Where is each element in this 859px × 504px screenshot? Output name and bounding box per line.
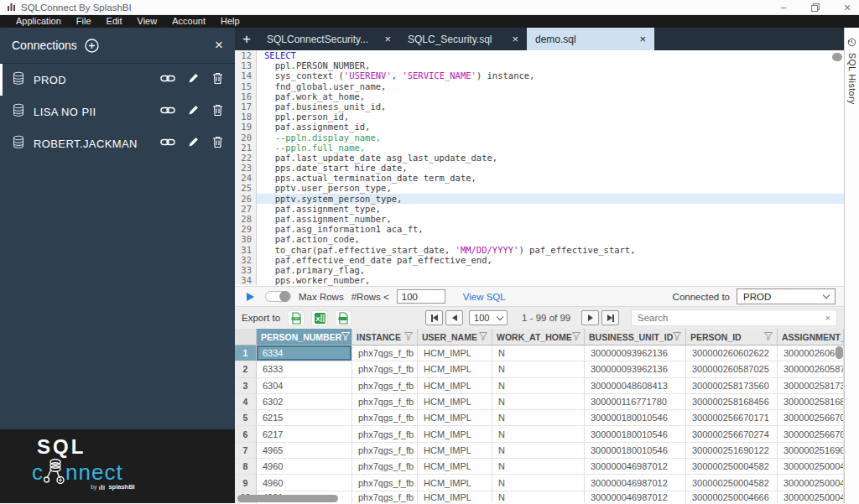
table-cell[interactable]: 6333 [257, 361, 352, 377]
table-cell[interactable]: 300000250004666 [686, 491, 778, 503]
table-cell[interactable]: N [492, 443, 585, 459]
connection-select[interactable]: PROD [737, 288, 836, 304]
table-cell[interactable]: phx7qgs_f_fb [352, 346, 418, 361]
horizontal-scrollbar-thumb[interactable] [237, 495, 338, 502]
close-tab-icon[interactable]: × [512, 33, 518, 45]
table-cell[interactable]: 300000180010546 [585, 410, 686, 426]
table-row[interactable]: 36304phx7qgs_f_fbHCM_IMPLN30000004860841… [235, 378, 844, 394]
maximize-icon[interactable] [810, 3, 820, 13]
table-cell[interactable]: 300000093962136 [585, 361, 686, 377]
connect-link-icon[interactable] [160, 72, 175, 87]
next-page-button[interactable] [581, 310, 599, 325]
table-cell[interactable]: HCM_IMPL [418, 459, 492, 475]
first-page-button[interactable] [425, 310, 443, 325]
table-cell[interactable]: N [492, 361, 585, 377]
table-row[interactable]: 46302phx7qgs_f_fbHCM_IMPLN30000011677178… [235, 394, 844, 410]
table-cell[interactable]: 6217 [257, 426, 352, 442]
edit-connection-icon[interactable] [188, 72, 200, 87]
table-cell[interactable]: 4965 [257, 443, 352, 459]
table-row[interactable]: 74965phx7qgs_f_fbHCM_IMPLN30000018001054… [235, 443, 844, 459]
edit-connection-icon[interactable] [188, 104, 200, 119]
view-sql-link[interactable]: View SQL [463, 292, 506, 302]
table-cell[interactable]: 300000251690122 [686, 443, 778, 459]
connect-link-icon[interactable] [160, 104, 175, 119]
last-page-button[interactable] [601, 310, 619, 325]
table-cell[interactable]: HCM_IMPL [418, 475, 492, 491]
table-cell[interactable]: 6302 [257, 394, 352, 410]
editor-tab-2[interactable]: demo.sql× [527, 28, 654, 50]
delete-connection-icon[interactable] [212, 136, 223, 152]
table-row[interactable]: 84960phx7qgs_f_fbHCM_IMPLN30000004698701… [235, 459, 844, 475]
table-cell[interactable]: 6215 [257, 410, 352, 426]
add-connection-icon[interactable] [85, 39, 99, 53]
table-cell[interactable]: phx7qgs_f_fb [352, 378, 418, 394]
table-cell[interactable]: 3000002581684 [778, 394, 844, 410]
table-cell[interactable]: HCM_IMPL [418, 361, 492, 377]
menu-item-view[interactable]: View [130, 15, 165, 28]
table-cell[interactable]: 300000046987012 [585, 459, 686, 475]
table-cell[interactable]: N [492, 491, 585, 503]
table-cell[interactable]: phx7qgs_f_fb [352, 443, 418, 459]
csv-export-icon[interactable]: CSV [288, 310, 305, 326]
close-sidebar-icon[interactable]: × [215, 37, 223, 54]
psv-export-icon[interactable] [335, 310, 351, 326]
column-header-work_at_home[interactable]: WORK_AT_HOME [492, 329, 585, 346]
table-cell[interactable]: 300000250004582 [686, 459, 778, 475]
connection-item-prod[interactable]: PROD [0, 64, 235, 96]
close-window-icon[interactable] [842, 3, 852, 13]
vertical-scrollbar-thumb[interactable] [836, 346, 843, 359]
menu-item-application[interactable]: Application [8, 15, 69, 28]
table-cell[interactable]: HCM_IMPL [418, 426, 492, 442]
column-header-instance[interactable]: INSTANCE [352, 329, 418, 346]
table-cell[interactable]: N [492, 459, 585, 475]
table-cell[interactable]: 300000258173560 [686, 378, 778, 394]
table-cell[interactable]: 300000046987012 [585, 475, 686, 491]
excel-export-icon[interactable]: X [311, 310, 328, 326]
filter-funnel-icon[interactable] [764, 332, 773, 342]
connection-item-robert-jackman[interactable]: ROBERT.JACKMAN [0, 127, 235, 159]
column-header-business_unit_id[interactable]: BUSINESS_UNIT_ID [585, 329, 686, 346]
table-cell[interactable]: 300000260587025 [686, 361, 778, 377]
table-row[interactable]: 94960phx7qgs_f_fbHCM_IMPLN30000004698701… [235, 475, 844, 491]
table-cell[interactable]: phx7qgs_f_fb [352, 361, 418, 377]
filter-funnel-icon[interactable] [673, 332, 681, 342]
table-cell[interactable]: 6304 [257, 378, 352, 394]
clear-search-icon[interactable]: × [825, 313, 830, 323]
table-cell[interactable]: N [492, 475, 585, 491]
connect-link-icon[interactable] [160, 136, 175, 151]
table-cell[interactable]: 300000180010546 [585, 443, 686, 459]
filter-funnel-icon[interactable] [479, 332, 487, 342]
previous-page-button[interactable] [445, 310, 463, 325]
table-cell[interactable]: phx7qgs_f_fb [352, 491, 418, 503]
table-cell[interactable]: 4960 [257, 475, 352, 491]
table-cell[interactable]: 300000250004582 [686, 475, 778, 491]
table-cell[interactable]: HCM_IMPL [418, 394, 492, 410]
column-header-user_name[interactable]: USER_NAME [418, 329, 492, 346]
table-cell[interactable]: N [492, 410, 585, 426]
table-cell[interactable]: HCM_IMPL [418, 491, 492, 503]
sql-history-panel[interactable]: SQL History [844, 28, 859, 503]
delete-connection-icon[interactable] [212, 72, 223, 88]
column-header-person_number[interactable]: PERSON_NUMBER [257, 329, 352, 346]
table-cell[interactable]: 300000258168456 [686, 394, 778, 410]
table-cell[interactable]: 300000093962136 [585, 346, 686, 361]
table-cell[interactable]: HCM_IMPL [418, 346, 492, 361]
table-cell[interactable]: N [492, 378, 585, 394]
table-row[interactable]: 16334phx7qgs_f_fbHCM_IMPLN30000009396213… [235, 346, 844, 361]
table-cell[interactable]: N [492, 426, 585, 442]
table-cell[interactable]: 300000256670171 [686, 410, 778, 426]
menu-item-edit[interactable]: Edit [99, 15, 130, 28]
filter-funnel-icon[interactable] [341, 332, 350, 342]
table-row[interactable]: 56215phx7qgs_f_fbHCM_IMPLN30000018001054… [235, 410, 844, 426]
table-cell[interactable]: N [492, 346, 585, 361]
table-cell[interactable]: 300000116771780 [585, 394, 686, 410]
table-cell[interactable]: 300000180010546 [585, 426, 686, 442]
table-cell[interactable]: 3000002606026 [778, 346, 844, 361]
table-cell[interactable]: N [492, 394, 585, 410]
sql-editor[interactable]: 12SELECT13 ppl.PERSON_NUMBER,14 sys_cont… [235, 50, 844, 286]
filter-funnel-icon[interactable] [572, 332, 580, 342]
rows-limit-input[interactable] [397, 289, 445, 304]
run-query-button[interactable] [247, 293, 254, 301]
table-cell[interactable]: 3000002605870 [778, 361, 844, 377]
table-cell[interactable]: 300000260602622 [686, 346, 778, 361]
